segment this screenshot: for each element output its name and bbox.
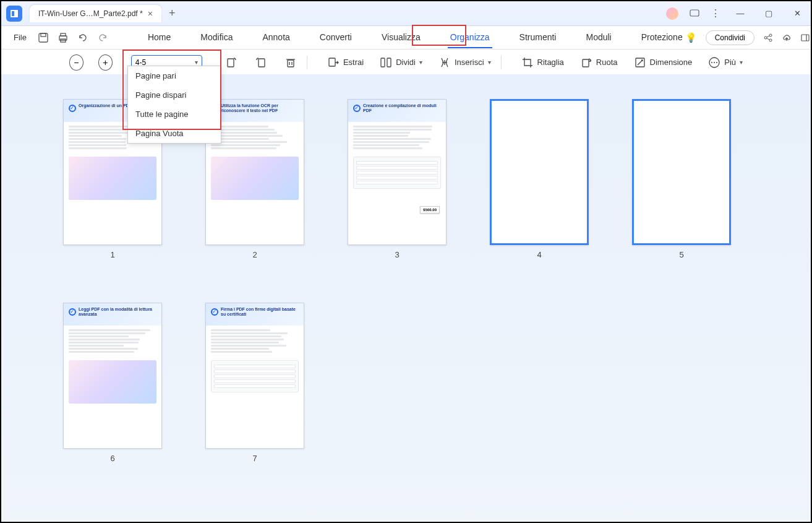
delete-icon[interactable]: [284, 56, 297, 69]
svg-rect-16: [259, 59, 265, 67]
svg-rect-23: [387, 58, 391, 67]
svg-rect-1: [12, 11, 14, 16]
rotate-icon: [580, 56, 592, 69]
insert-button[interactable]: Inserisci ▾: [438, 56, 491, 69]
split-button[interactable]: Dividi ▾: [380, 56, 422, 69]
svg-rect-26: [583, 59, 589, 67]
document-tab-title: IT-Win-User G…M_Parte2.pdf *: [38, 9, 143, 18]
kebab-menu-icon[interactable]: ⋮: [711, 7, 720, 19]
menu-tab-home[interactable]: Home: [145, 27, 173, 48]
extract-button[interactable]: Estrai: [327, 56, 364, 69]
zoom-out-button[interactable]: −: [69, 54, 83, 71]
dropdown-option[interactable]: Tutte le pagine: [128, 105, 221, 124]
svg-rect-15: [228, 59, 234, 67]
panel-toggle-icon[interactable]: [800, 33, 810, 43]
page-thumbnail[interactable]: Creazione e compilazione di moduli PDF$5…: [348, 99, 447, 245]
dimension-icon: [634, 56, 646, 69]
page-grid: Organizzazione di un PDF1Utilizza la fun…: [1, 74, 811, 522]
svg-line-11: [767, 36, 769, 37]
file-menu[interactable]: File: [7, 33, 33, 42]
extract-label: Estrai: [343, 58, 364, 67]
svg-rect-17: [288, 60, 294, 67]
crop-button[interactable]: Ritaglia: [521, 56, 564, 69]
menu-tab-strumenti[interactable]: Strumenti: [517, 27, 559, 48]
user-avatar-icon[interactable]: [666, 7, 678, 20]
rotate-left-icon[interactable]: [225, 56, 237, 69]
svg-rect-13: [801, 35, 809, 41]
split-label: Dividi: [396, 58, 416, 67]
close-tab-icon[interactable]: ×: [148, 9, 153, 19]
svg-rect-6: [61, 33, 66, 36]
svg-point-31: [716, 62, 717, 63]
dropdown-option[interactable]: Pagine pari: [128, 66, 221, 85]
zoom-in-button[interactable]: +: [98, 54, 113, 71]
cloud-upload-icon[interactable]: [782, 33, 792, 43]
svg-line-12: [767, 38, 769, 40]
more-button[interactable]: Più ▾: [708, 56, 743, 69]
menu-tab-organizza[interactable]: Organizza: [448, 27, 492, 48]
new-tab-button[interactable]: +: [169, 7, 176, 20]
page-range-dropdown: Pagine pariPagine dispariTutte le pagine…: [127, 66, 221, 144]
titlebar: IT-Win-User G…M_Parte2.pdf * × + ⋮ — ▢ ✕: [1, 1, 811, 26]
page-number-label: 6: [110, 454, 114, 463]
insert-label: Inserisci: [455, 58, 484, 67]
svg-point-10: [769, 39, 772, 41]
page-number-label: 2: [252, 250, 257, 259]
extract-icon: [327, 56, 340, 69]
crop-label: Ritaglia: [537, 58, 564, 67]
svg-point-8: [764, 37, 767, 39]
redo-icon[interactable]: [97, 32, 108, 43]
page-number-label: 5: [679, 250, 683, 259]
dimension-button[interactable]: Dimensione: [634, 56, 693, 69]
chevron-down-icon: ▾: [195, 59, 198, 66]
rotate-button[interactable]: Ruota: [580, 56, 618, 69]
svg-rect-22: [381, 58, 385, 67]
maximize-button[interactable]: ▢: [760, 9, 777, 18]
svg-rect-3: [39, 33, 48, 42]
minimize-button[interactable]: —: [732, 9, 749, 18]
page-thumbnail[interactable]: [632, 99, 731, 245]
page-number-label: 1: [110, 250, 114, 259]
rotate-right-icon[interactable]: [255, 56, 267, 69]
crop-icon: [521, 56, 534, 69]
organize-toolbar: − + 4-5 ▾ Estrai Dividi ▾ Inserisci ▾ Ri…: [1, 50, 811, 76]
app-logo: [6, 6, 22, 22]
svg-rect-2: [690, 10, 699, 16]
menu-tab-converti[interactable]: Converti: [317, 27, 354, 48]
svg-rect-4: [41, 33, 46, 37]
menu-tab-annota[interactable]: Annota: [260, 27, 292, 48]
svg-point-30: [714, 62, 715, 63]
page-number-label: 3: [395, 250, 399, 259]
menu-tab-protezione[interactable]: Protezione: [639, 27, 685, 48]
more-icon: [708, 56, 720, 69]
dropdown-option[interactable]: Pagine dispari: [128, 85, 221, 105]
page-thumbnail[interactable]: Leggi PDF con la modalità di lettura ava…: [63, 303, 162, 449]
chevron-down-icon: ▾: [419, 59, 422, 66]
svg-point-29: [711, 62, 712, 63]
more-label: Più: [724, 58, 736, 67]
page-thumbnail[interactable]: [490, 99, 589, 245]
lightbulb-icon[interactable]: 💡: [685, 32, 697, 43]
document-tab[interactable]: IT-Win-User G…M_Parte2.pdf * ×: [30, 5, 161, 22]
undo-icon[interactable]: [77, 32, 88, 43]
insert-icon: [438, 56, 451, 69]
menu-tab-moduli[interactable]: Moduli: [583, 27, 613, 48]
menu-tab-modifica[interactable]: Modifica: [198, 27, 235, 48]
dimension-label: Dimensione: [650, 58, 693, 67]
menu-tab-visualizza[interactable]: Visualizza: [379, 27, 423, 48]
share-network-icon[interactable]: [763, 33, 773, 43]
chevron-down-icon: ▾: [740, 59, 743, 66]
close-window-button[interactable]: ✕: [788, 9, 806, 18]
dropdown-option[interactable]: Pagina Vuota: [128, 124, 221, 143]
chevron-down-icon: ▾: [488, 59, 491, 66]
page-number-label: 4: [537, 250, 541, 259]
share-button[interactable]: Condividi: [706, 30, 754, 45]
comment-icon[interactable]: [690, 9, 699, 19]
svg-rect-21: [329, 58, 335, 66]
page-thumbnail[interactable]: Firma i PDF con firme digitali basate su…: [205, 303, 304, 449]
print-icon[interactable]: [58, 32, 69, 43]
split-icon: [380, 56, 392, 69]
save-icon[interactable]: [38, 32, 49, 43]
menubar: File HomeModificaAnnotaConvertiVisualizz…: [1, 26, 811, 50]
page-number-label: 7: [252, 454, 257, 463]
